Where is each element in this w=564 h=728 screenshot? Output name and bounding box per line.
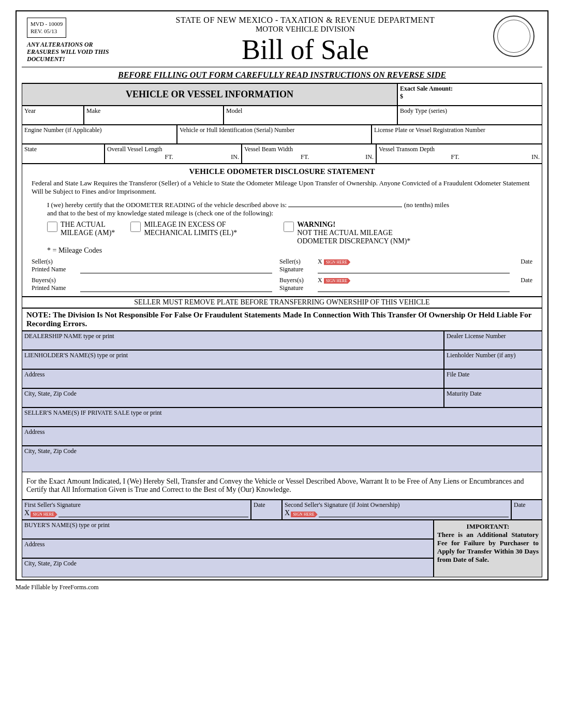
buyer-address-input[interactable]	[24, 548, 431, 556]
maturity-input[interactable]	[447, 398, 540, 405]
second-date-label: Date	[514, 501, 526, 508]
buyer-name-label: BUYER'S NAME(S) type or print	[24, 521, 110, 529]
buyer-csz-input[interactable]	[24, 567, 431, 575]
seller-csz-label: City, State, Zip Code	[24, 447, 77, 455]
dealer-lic-input[interactable]	[447, 340, 540, 347]
odometer-certify-post: (no tenths) miles	[404, 201, 449, 209]
lien-csz-label: City, State, Zip Code	[24, 390, 77, 397]
buyer-sig-label: Buyers(s) Signature	[279, 276, 310, 292]
buyer-printed-label: Buyers(s) Printed Name	[32, 276, 73, 292]
odometer-certify-pre: I (we) hereby certify that the ODOMETER …	[47, 201, 287, 209]
seller-name-input[interactable]	[24, 417, 540, 424]
opt3a: WARNING!	[297, 221, 335, 228]
mileage-actual-checkbox[interactable]	[47, 222, 57, 232]
form-number: MVD - 10009	[31, 21, 63, 27]
mileage-warning-checkbox[interactable]	[284, 222, 294, 232]
lien-no-input[interactable]	[447, 359, 540, 367]
odometer-law: Federal and State Law Requires the Trans…	[32, 179, 532, 196]
ft-label: FT.	[451, 153, 459, 161]
opt1b: MILEAGE (AM)*	[61, 229, 115, 237]
odometer-reading-input[interactable]	[288, 201, 402, 207]
length-in-input[interactable]	[173, 153, 231, 161]
seller-address-label: Address	[24, 428, 44, 435]
buyer-name-input[interactable]	[24, 529, 431, 536]
body-type-label: Body Type (series)	[400, 107, 540, 115]
first-seller-sig-input[interactable]	[58, 510, 248, 517]
opt2a: MILEAGE IN EXCESS OF	[144, 221, 226, 228]
lienholder-label: LIENHOLDER'S NAME(S) type or print	[24, 352, 128, 359]
alteration-warning: ANY ALTERATIONS OR ERASURES WILL VOID TH…	[27, 41, 125, 63]
plate-input[interactable]	[374, 134, 540, 141]
model-input[interactable]	[226, 115, 395, 122]
seller-sig-input[interactable]: X SIGN HERE	[318, 258, 510, 273]
ft-label: FT.	[165, 153, 173, 161]
sale-amount-label: Exact Sale Amount:	[400, 85, 540, 93]
dept-line: STATE OF NEW MEXICO - TAXATION & REVENUE…	[125, 16, 485, 25]
mileage-actual-option[interactable]: THE ACTUALMILEAGE (AM)*	[47, 221, 115, 245]
remove-plate-notice: SELLER MUST REMOVE PLATE BEFORE TRANSFER…	[22, 297, 542, 308]
beam-ft-input[interactable]	[244, 153, 301, 161]
plate-label: License Plate or Vessel Registration Num…	[374, 126, 540, 134]
second-seller-sig-label: Second Seller's Signature (if Joint Owne…	[285, 501, 399, 508]
make-label: Make	[86, 107, 221, 115]
engine-input[interactable]	[24, 134, 174, 141]
maturity-label: Maturity Date	[447, 390, 482, 397]
sale-amount-input[interactable]	[405, 93, 540, 100]
instruction-text: BEFORE FILLING OUT FORM CAREFULLY READ I…	[118, 70, 446, 79]
lien-csz-input[interactable]	[24, 398, 441, 405]
opt1a: THE ACTUAL	[61, 221, 106, 228]
year-input[interactable]	[24, 115, 81, 122]
transom-in-input[interactable]	[459, 153, 532, 161]
transom-ft-input[interactable]	[379, 153, 451, 161]
file-date-input[interactable]	[447, 378, 540, 386]
beam-in-input[interactable]	[309, 153, 365, 161]
mileage-excess-option[interactable]: MILEAGE IN EXCESS OFMECHANICAL LIMITS (E…	[130, 221, 237, 245]
body-type-input[interactable]	[400, 115, 540, 122]
state-label: State	[24, 145, 102, 153]
sign-here-tag: SIGN HERE	[31, 512, 57, 517]
mileage-codes-note: * = Mileage Codes	[47, 246, 532, 255]
division-note: NOTE: The Division Is Not Responsible Fo…	[22, 308, 542, 331]
second-seller-sig-input[interactable]	[319, 510, 509, 517]
first-date-label: Date	[254, 501, 265, 508]
lien-no-label: Lienholder Number (if any)	[447, 352, 516, 359]
seller-printed-input[interactable]	[80, 258, 272, 273]
transom-label: Vessel Transom Depth	[379, 145, 540, 153]
dealership-label: DEALERSHIP NAME type or print	[24, 332, 114, 340]
sign-here-tag: SIGN HERE	[324, 278, 351, 284]
lien-address-input[interactable]	[24, 378, 441, 386]
beam-label: Vessel Beam Width	[244, 145, 374, 153]
buyer-printed-input[interactable]	[80, 276, 272, 292]
length-ft-input[interactable]	[107, 153, 165, 161]
currency-symbol: $	[400, 93, 403, 100]
seller-csz-input[interactable]	[24, 455, 540, 470]
vin-input[interactable]	[180, 134, 369, 141]
year-label: Year	[24, 107, 81, 115]
seller-sig-label: Seller(s) Signature	[279, 258, 310, 273]
dealer-lic-label: Dealer License Number	[447, 332, 506, 340]
division-line: MOTOR VEHICLE DIVISION	[125, 25, 485, 34]
x-mark: X	[285, 509, 290, 517]
seller-address-input[interactable]	[24, 436, 540, 443]
make-input[interactable]	[86, 115, 221, 122]
in-label: IN.	[231, 153, 239, 161]
opt3c: ODOMETER DISCREPANCY (NM)*	[297, 237, 410, 245]
x-mark: X	[24, 509, 29, 517]
in-label: IN.	[531, 153, 540, 161]
odometer-heading: VEHICLE ODOMETER DISCLOSURE STATEMENT	[32, 167, 532, 176]
page-title: Bill of Sale	[125, 36, 485, 64]
vehicle-info-heading: VEHICLE OR VESSEL INFORMATION	[22, 83, 397, 106]
mileage-excess-checkbox[interactable]	[130, 222, 141, 232]
engine-label: Engine Number (if Applicable)	[24, 126, 174, 134]
mileage-warning-option[interactable]: WARNING!NOT THE ACTUAL MILEAGEODOMETER D…	[284, 221, 410, 245]
instruction-band: BEFORE FILLING OUT FORM CAREFULLY READ I…	[22, 67, 542, 83]
dealership-input[interactable]	[24, 340, 441, 347]
important-heading: IMPORTANT:	[437, 522, 539, 531]
lien-address-label: Address	[24, 371, 44, 378]
lienholder-input[interactable]	[24, 359, 441, 367]
sign-here-tag: SIGN HERE	[324, 259, 351, 265]
buyer-sig-input[interactable]: X SIGN HERE	[318, 276, 510, 292]
seller-name-label: SELLER'S NAME(S) IF PRIVATE SALE type or…	[24, 409, 162, 416]
state-input[interactable]	[24, 153, 102, 161]
opt3b: NOT THE ACTUAL MILEAGE	[297, 229, 392, 237]
